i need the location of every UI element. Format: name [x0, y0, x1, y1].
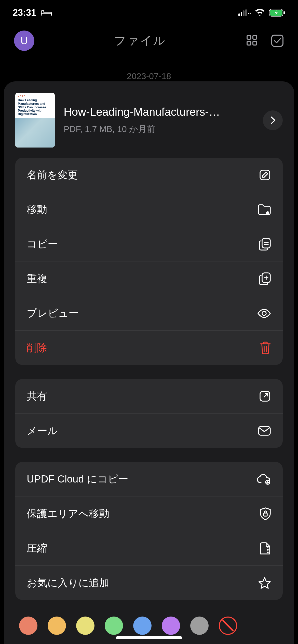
action-row[interactable]: UPDF Cloud にコピー — [15, 462, 283, 496]
svg-rect-11 — [247, 41, 251, 45]
mail-icon — [258, 426, 271, 436]
wifi-icon — [255, 9, 265, 16]
no-color-icon[interactable] — [219, 617, 237, 635]
file-meta: PDF, 1.7 MB, 10 か月前 — [64, 123, 254, 135]
action-sheet: UPDF How Leading Manufacturers and SMEs … — [4, 81, 294, 644]
svg-rect-10 — [253, 35, 257, 39]
action-row-label: お気に入りに追加 — [27, 576, 109, 590]
file-thumbnail: UPDF How Leading Manufacturers and SMEs … — [15, 93, 55, 148]
avatar[interactable]: U — [14, 31, 34, 51]
thumb-badge: UPDF — [18, 95, 52, 97]
action-row[interactable]: 移動 — [15, 192, 283, 227]
page-title: ファイル — [34, 33, 246, 49]
svg-point-17 — [262, 311, 266, 315]
chevron-right-icon — [269, 116, 276, 125]
status-bar: 23:31 — [0, 0, 298, 25]
color-tag-dot[interactable] — [105, 617, 123, 635]
svg-rect-19 — [259, 427, 270, 435]
action-row-label: 名前を変更 — [27, 168, 78, 182]
compress-icon — [259, 542, 271, 555]
svg-rect-12 — [253, 41, 257, 45]
action-row[interactable]: 保護エリアへ移動 — [15, 496, 283, 531]
svg-rect-5 — [250, 13, 251, 14]
action-row[interactable]: 共有 — [15, 379, 283, 414]
action-groups: 名前を変更移動コピー重複プレビュー削除共有メールUPDF Cloud にコピー保… — [4, 158, 294, 614]
folder-move-icon — [258, 204, 271, 215]
action-row-label: コピー — [27, 237, 58, 251]
action-row-label: UPDF Cloud にコピー — [27, 472, 128, 486]
action-row[interactable]: お気に入りに追加 — [15, 566, 283, 600]
duplicate-icon — [259, 272, 271, 286]
eye-icon — [257, 308, 271, 318]
dual-sim-signal-icon — [238, 9, 251, 16]
action-group: 共有メール — [15, 379, 283, 448]
action-row[interactable]: メール — [15, 414, 283, 448]
svg-rect-9 — [247, 35, 251, 39]
action-row[interactable]: 削除 — [15, 331, 283, 365]
edit-square-icon — [259, 169, 271, 181]
action-row-label: 重複 — [27, 272, 47, 286]
action-row[interactable]: 圧縮 — [15, 531, 283, 566]
color-tag-dot[interactable] — [162, 617, 180, 635]
nav-bar: U ファイル — [0, 25, 298, 56]
share-icon — [259, 390, 271, 403]
color-tag-dot[interactable] — [190, 617, 209, 635]
color-tag-dot[interactable] — [133, 617, 152, 635]
action-row[interactable]: プレビュー — [15, 296, 283, 331]
home-indicator[interactable] — [116, 636, 182, 639]
color-tag-dot[interactable] — [48, 617, 66, 635]
svg-rect-3 — [245, 9, 247, 16]
copy-icon — [259, 237, 271, 251]
thumb-image — [15, 118, 55, 148]
trash-icon — [260, 341, 271, 355]
lock-shield-icon — [260, 507, 271, 521]
action-row-label: 圧縮 — [27, 541, 47, 555]
background-file-date: 2023-07-18 — [107, 71, 191, 81]
file-info: How-Leading-Manufacturers-… PDF, 1.7 MB,… — [64, 106, 254, 135]
action-row[interactable]: 名前を変更 — [15, 158, 283, 192]
grid-view-icon[interactable] — [246, 34, 258, 47]
select-checkbox-icon[interactable] — [271, 34, 284, 47]
svg-rect-0 — [238, 13, 240, 16]
svg-rect-4 — [248, 13, 249, 14]
bed-icon — [41, 9, 52, 16]
action-row-label: 削除 — [27, 341, 47, 355]
svg-rect-13 — [272, 35, 283, 46]
status-time: 23:31 — [13, 7, 36, 18]
svg-rect-15 — [262, 238, 270, 248]
action-group: 名前を変更移動コピー重複プレビュー削除 — [15, 158, 283, 365]
status-right — [238, 9, 285, 17]
status-left: 23:31 — [13, 7, 52, 18]
svg-rect-2 — [243, 10, 245, 16]
file-header: UPDF How Leading Manufacturers and SMEs … — [4, 93, 294, 158]
svg-rect-1 — [241, 12, 242, 16]
background-file-row: 2023-07-18 — [0, 71, 298, 81]
color-tag-dot[interactable] — [76, 617, 94, 635]
action-row[interactable]: 重複 — [15, 261, 283, 296]
action-row[interactable]: コピー — [15, 227, 283, 261]
svg-rect-8 — [283, 11, 285, 14]
color-tag-row — [4, 614, 294, 644]
color-tag-dot[interactable] — [19, 617, 37, 635]
action-row-label: 共有 — [27, 389, 47, 403]
nav-actions — [246, 34, 284, 47]
thumb-heading: How Leading Manufacturers and SMEs Can I… — [18, 99, 52, 116]
action-row-label: 移動 — [27, 202, 47, 216]
svg-rect-21 — [264, 513, 267, 516]
action-group: UPDF Cloud にコピー保護エリアへ移動圧縮お気に入りに追加 — [15, 462, 283, 600]
action-row-label: 保護エリアへ移動 — [27, 507, 109, 521]
avatar-initial: U — [21, 35, 28, 47]
cloud-add-icon — [256, 474, 271, 485]
action-row-label: メール — [27, 424, 58, 438]
action-row-label: プレビュー — [27, 306, 79, 320]
file-name: How-Leading-Manufacturers-… — [64, 106, 254, 118]
svg-rect-14 — [260, 170, 270, 180]
star-icon — [258, 577, 271, 589]
file-details-button[interactable] — [263, 110, 283, 130]
battery-charging-icon — [269, 9, 285, 17]
